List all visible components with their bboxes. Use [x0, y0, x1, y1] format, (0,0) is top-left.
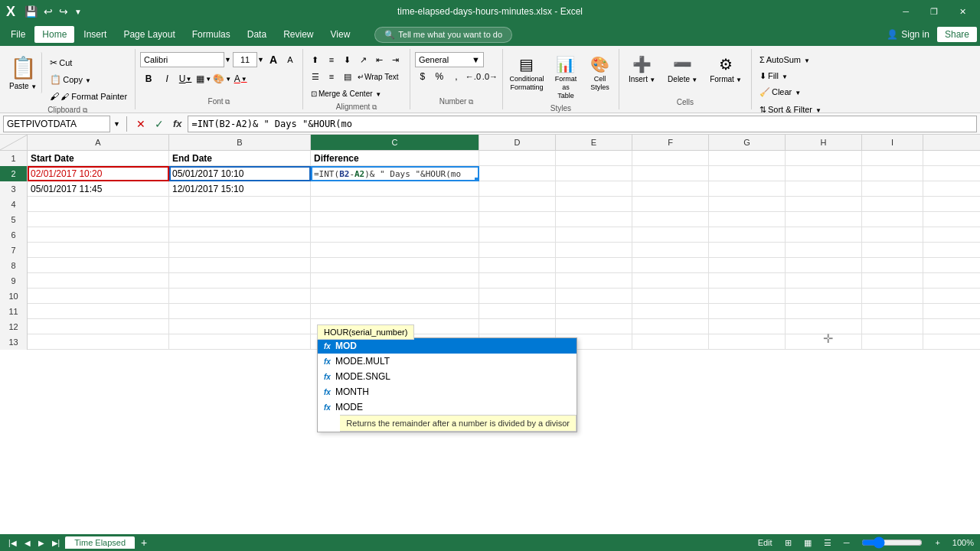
cell-g9[interactable] — [709, 273, 786, 289]
col-header-e[interactable]: E — [556, 135, 632, 150]
cell-g5[interactable] — [709, 212, 786, 227]
cell-e2[interactable] — [556, 166, 632, 181]
add-sheet-button[interactable]: + — [138, 536, 150, 549]
cell-c7[interactable] — [311, 243, 479, 258]
cell-b3[interactable]: 12/01/2017 15:10 — [169, 181, 311, 197]
cell-styles-button[interactable]: 🎨 CellStyles — [586, 52, 614, 95]
font-expand-icon[interactable]: ⧉ — [225, 98, 230, 106]
cell-c3[interactable] — [311, 181, 479, 197]
save-icon[interactable]: 💾 — [24, 5, 38, 18]
cell-f5[interactable] — [632, 212, 709, 227]
cell-g2[interactable] — [709, 166, 786, 181]
cell-d7[interactable] — [479, 243, 556, 258]
menu-review[interactable]: Review — [276, 26, 321, 43]
cell-g10[interactable] — [709, 289, 786, 304]
cell-i11[interactable] — [862, 304, 923, 319]
page-break-view-icon[interactable]: ▦ — [804, 538, 812, 548]
border-button[interactable]: ▦▼ — [195, 70, 212, 87]
col-header-h[interactable]: H — [786, 135, 862, 150]
cell-e4[interactable] — [556, 197, 632, 212]
cell-d2[interactable] — [479, 166, 556, 181]
cell-e12[interactable] — [556, 319, 632, 334]
row-num-6[interactable]: 6 — [0, 227, 28, 243]
customize-quick-access-icon[interactable]: ▼ — [74, 8, 82, 16]
cell-h10[interactable] — [786, 289, 862, 304]
font-grow-button[interactable]: A — [266, 52, 281, 67]
col-header-b[interactable]: B — [169, 135, 311, 150]
cell-g3[interactable] — [709, 181, 786, 197]
insert-function-button[interactable]: fx — [170, 118, 185, 129]
cell-g4[interactable] — [709, 197, 786, 212]
cell-a2[interactable]: 02/01/2017 10:20 — [28, 166, 169, 181]
cell-b8[interactable] — [169, 258, 311, 273]
menu-formulas[interactable]: Formulas — [185, 26, 238, 43]
cell-a13[interactable] — [28, 334, 169, 350]
cell-i2[interactable] — [862, 166, 923, 181]
wrap-text-button[interactable]: ↵Wrap Text — [356, 69, 400, 84]
cell-f10[interactable] — [632, 289, 709, 304]
cell-e11[interactable] — [556, 304, 632, 319]
cell-g1[interactable] — [709, 151, 786, 166]
cell-h5[interactable] — [786, 212, 862, 227]
comma-button[interactable]: , — [449, 69, 464, 84]
zoom-out-button[interactable]: ─ — [844, 538, 850, 547]
cell-d9[interactable] — [479, 273, 556, 289]
cell-c9[interactable] — [311, 273, 479, 289]
format-painter-button[interactable]: 🖌 🖌 Format Painter — [47, 89, 130, 104]
cell-c11[interactable] — [311, 304, 479, 319]
cell-c4[interactable] — [311, 197, 479, 212]
autosum-button[interactable]: Σ AutoSum ▼ — [756, 52, 813, 67]
col-header-c[interactable]: C — [311, 135, 479, 150]
conditional-formatting-button[interactable]: ▤ ConditionalFormatting — [508, 52, 546, 95]
fill-color-button[interactable]: 🎨▼ — [214, 70, 230, 87]
font-size-dropdown-icon[interactable]: ▼ — [257, 56, 264, 64]
share-button[interactable]: Share — [937, 27, 977, 42]
cell-a8[interactable] — [28, 258, 169, 273]
cell-f2[interactable] — [632, 166, 709, 181]
cell-g12[interactable] — [709, 319, 786, 334]
cell-d5[interactable] — [479, 212, 556, 227]
cell-c10[interactable] — [311, 289, 479, 304]
cell-b4[interactable] — [169, 197, 311, 212]
paste-button[interactable]: 📋 Paste ▼ — [5, 52, 42, 93]
cell-e1[interactable] — [556, 151, 632, 166]
font-shrink-button[interactable]: A — [283, 52, 298, 67]
ac-item-mode-mult[interactable]: fx MODE.MULT — [318, 354, 577, 369]
cell-f9[interactable] — [632, 273, 709, 289]
align-bottom-button[interactable]: ⬇ — [340, 52, 355, 67]
cell-b12[interactable] — [169, 319, 311, 334]
cell-i7[interactable] — [862, 243, 923, 258]
number-format-dropdown[interactable]: General ▼ — [415, 52, 484, 67]
indent-more-button[interactable]: ⇥ — [388, 52, 403, 67]
cell-h3[interactable] — [786, 181, 862, 197]
cell-f12[interactable] — [632, 319, 709, 334]
cell-i12[interactable] — [862, 319, 923, 334]
cell-g7[interactable] — [709, 243, 786, 258]
sign-in-button[interactable]: 👤 Sign in — [887, 29, 929, 40]
cell-b2[interactable]: 05/01/2017 10:10 — [169, 166, 311, 181]
cell-f13[interactable] — [632, 334, 709, 350]
close-button[interactable]: ✕ — [952, 0, 974, 23]
row-num-1[interactable]: 1 — [0, 151, 28, 166]
cell-c5[interactable] — [311, 212, 479, 227]
name-box-arrow[interactable]: ▼ — [113, 120, 120, 128]
menu-data[interactable]: Data — [240, 26, 274, 43]
menu-file[interactable]: File — [3, 26, 33, 43]
row-num-10[interactable]: 10 — [0, 289, 28, 304]
cell-a3[interactable]: 05/01/2017 11:45 — [28, 181, 169, 197]
ac-item-mode-sngl[interactable]: fx MODE.SNGL — [318, 369, 577, 384]
cell-h2[interactable] — [786, 166, 862, 181]
cell-h4[interactable] — [786, 197, 862, 212]
cell-b11[interactable] — [169, 304, 311, 319]
undo-icon[interactable]: ↩ — [44, 5, 53, 18]
sheet-scroll-left-button[interactable]: ◀ — [22, 539, 33, 547]
font-name-input[interactable] — [140, 52, 224, 67]
cell-i3[interactable] — [862, 181, 923, 197]
currency-button[interactable]: $ — [415, 69, 430, 84]
font-name-dropdown-icon[interactable]: ▼ — [224, 56, 231, 64]
sheet-scroll-start-button[interactable]: |◀ — [6, 539, 19, 547]
cell-c1[interactable]: Difference — [311, 151, 479, 166]
cell-i13[interactable] — [862, 334, 923, 350]
row-num-13[interactable]: 13 — [0, 334, 28, 350]
cell-i5[interactable] — [862, 212, 923, 227]
